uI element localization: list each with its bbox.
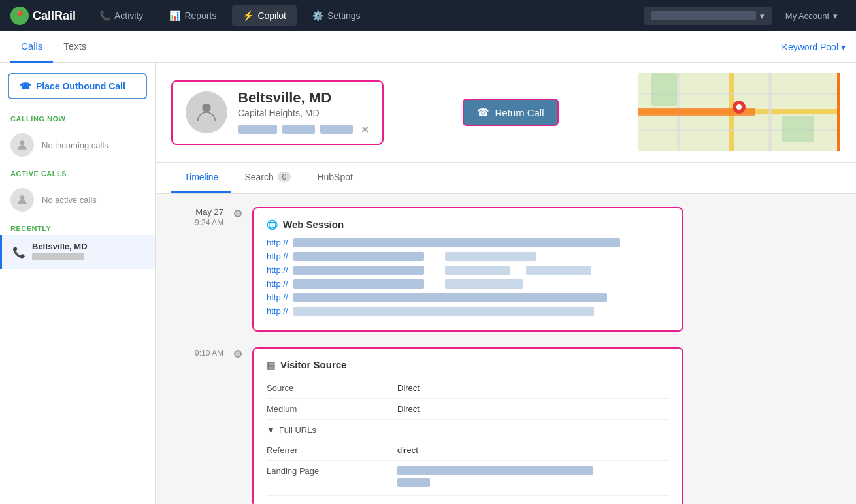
contact-avatar — [186, 91, 227, 133]
nav-label-copilot: Copilot — [257, 10, 286, 21]
map-preview — [638, 73, 840, 151]
url-blurred-3b — [445, 266, 510, 275]
outbound-call-icon: ☎ — [20, 81, 31, 91]
account-selector-text — [651, 11, 756, 20]
url-blurred-2 — [293, 252, 424, 261]
keyword-pool-chevron-icon: ▾ — [841, 42, 846, 52]
logo-text: CallRail — [33, 9, 76, 23]
logo[interactable]: 📍 CallRail — [10, 7, 76, 25]
nav-label-activity: Activity — [114, 10, 143, 21]
contact-number-row: ✕ — [238, 123, 369, 136]
web-session-card: 🌐 Web Session http:// http:// — [252, 207, 683, 332]
url-link-4[interactable]: http:// — [267, 279, 288, 289]
url-blurred-4 — [293, 279, 424, 289]
web-session-icon: 🌐 — [267, 219, 278, 230]
tab-search[interactable]: Search 0 — [231, 163, 304, 193]
url-blurred-4b — [445, 279, 523, 289]
tab-hubspot[interactable]: HubSpot — [304, 163, 365, 193]
recently-section: RECENTLY — [0, 219, 155, 235]
place-outbound-call-button[interactable]: ☎ Place Outbound Call — [8, 73, 147, 99]
landing-page-value — [397, 466, 593, 490]
keyword-pool-button[interactable]: Keyword Pool ▾ — [782, 42, 846, 52]
svg-rect-15 — [837, 73, 840, 151]
dropdown-icon: ▾ — [760, 11, 765, 21]
source-row-landing: Landing Page — [267, 461, 669, 496]
search-badge: 0 — [278, 172, 291, 182]
timeline-entry-web-session: May 27 9:24 AM 🌐 Web Session http:// — [171, 207, 840, 332]
tab-timeline[interactable]: Timeline — [171, 163, 231, 193]
reports-icon: 📊 — [169, 10, 180, 21]
contact-header: Beltsville, MD Capital Heights, MD ✕ ☎ R… — [156, 63, 856, 163]
source-row-source: Source Direct — [267, 378, 669, 399]
url-row-1: http:// — [267, 238, 669, 247]
sub-tab-bar: Calls Texts Keyword Pool ▾ — [0, 31, 856, 63]
contact-close-icon[interactable]: ✕ — [361, 123, 369, 136]
contact-location: Capital Heights, MD — [238, 108, 369, 118]
tab-texts[interactable]: Texts — [53, 31, 97, 63]
url-row-4: http:// — [267, 279, 669, 289]
url-link-6[interactable]: http:// — [267, 306, 288, 316]
my-account-label: My Account — [785, 11, 829, 21]
active-calls-section: ACTIVE CALLS — [0, 165, 155, 180]
url-blurred-5 — [293, 293, 607, 302]
full-urls-toggle[interactable]: ▼ Full URLs — [267, 420, 669, 440]
return-call-button[interactable]: ☎ Return Call — [463, 99, 558, 126]
phone-icon: ☎ — [477, 106, 489, 118]
url-row-3: http:// — [267, 265, 669, 275]
recent-number-blurred — [32, 253, 84, 260]
svg-rect-7 — [768, 73, 772, 151]
url-blurred-6 — [293, 307, 594, 316]
nav-item-copilot[interactable]: ⚡ Copilot — [232, 5, 297, 26]
settings-icon: ⚙️ — [312, 10, 323, 21]
main-layout: ☎ Place Outbound Call CALLING NOW No inc… — [0, 63, 856, 504]
url-list: http:// http:// http:// — [267, 238, 669, 316]
nav-label-reports: Reports — [184, 10, 216, 21]
top-navigation: 📍 CallRail 📞 Activity 📊 Reports ⚡ Copilo… — [0, 0, 856, 31]
full-urls-chevron-icon: ▼ — [267, 425, 275, 435]
timeline-tab-bar: Timeline Search 0 HubSpot — [156, 163, 856, 194]
url-blurred-2b — [445, 252, 536, 261]
contact-number-blurred-3 — [320, 125, 353, 134]
my-account-menu[interactable]: My Account ▾ — [778, 7, 846, 25]
contact-name: Beltsville, MD — [238, 89, 369, 106]
tab-calls[interactable]: Calls — [10, 31, 53, 63]
logo-icon: 📍 — [10, 7, 29, 25]
url-link-2[interactable]: http:// — [267, 251, 288, 261]
calling-now-section: CALLING NOW — [0, 110, 155, 125]
url-row-2: http:// — [267, 251, 669, 261]
visitor-source-title: ▤ Visitor Source — [267, 359, 669, 370]
svg-point-1 — [20, 195, 25, 200]
copilot-icon: ⚡ — [242, 10, 254, 21]
account-selector[interactable]: ▾ — [644, 7, 772, 25]
url-blurred-1 — [293, 238, 620, 247]
source-row-referrer: Referrer direct — [267, 440, 669, 461]
url-link-5[interactable]: http:// — [267, 292, 288, 302]
url-row-6: http:// — [267, 306, 669, 316]
svg-point-0 — [20, 140, 25, 145]
url-link-1[interactable]: http:// — [267, 238, 288, 247]
visitor-source-card: ▤ Visitor Source Source Direct Medium Di… — [252, 347, 683, 504]
visitor-source-icon: ▤ — [267, 360, 275, 370]
svg-point-2 — [202, 104, 210, 112]
nav-item-settings[interactable]: ⚙️ Settings — [302, 5, 371, 26]
url-blurred-3 — [293, 266, 424, 275]
contact-number-blurred-2 — [282, 125, 315, 134]
nav-item-reports[interactable]: 📊 Reports — [159, 5, 227, 26]
svg-rect-12 — [782, 116, 814, 142]
web-session-title: 🌐 Web Session — [267, 219, 669, 230]
timeline-entry-visitor-source: 9:10 AM ▤ Visitor Source Source Direct M… — [171, 347, 840, 504]
no-incoming-calls: No incoming calls — [0, 125, 155, 165]
timeline-date-1: May 27 9:24 AM — [171, 207, 223, 332]
url-row-5: http:// — [267, 292, 669, 302]
incoming-avatar — [10, 133, 34, 157]
activity-icon: 📞 — [99, 10, 110, 21]
contact-number-blurred-1 — [238, 125, 277, 134]
url-blurred-3c — [526, 266, 591, 275]
recent-call-item[interactable]: 📞 Beltsville, MD — [0, 235, 155, 269]
source-row-medium: Medium Direct — [267, 399, 669, 420]
map-svg — [638, 73, 840, 151]
svg-rect-11 — [651, 73, 677, 106]
nav-item-activity[interactable]: 📞 Activity — [89, 5, 154, 26]
url-link-3[interactable]: http:// — [267, 265, 288, 275]
contact-card: Beltsville, MD Capital Heights, MD ✕ — [171, 80, 384, 145]
